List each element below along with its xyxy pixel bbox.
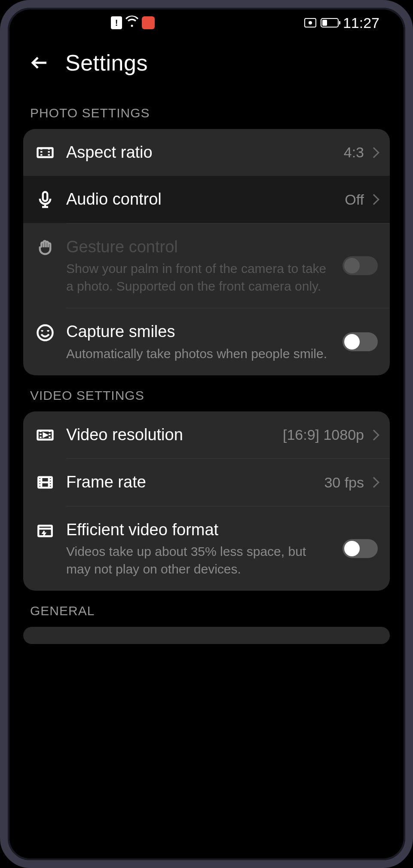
chevron-right-icon bbox=[368, 429, 379, 440]
smile-icon bbox=[35, 323, 55, 343]
battery-icon bbox=[321, 18, 339, 28]
status-time: 11:27 bbox=[343, 15, 379, 31]
capture-smiles-toggle[interactable] bbox=[343, 332, 378, 351]
back-button[interactable] bbox=[29, 52, 50, 73]
frame-rate-row[interactable]: Frame rate 30 fps bbox=[23, 459, 390, 506]
efficient-format-toggle[interactable] bbox=[343, 539, 378, 558]
frame-rate-label: Frame rate bbox=[66, 472, 313, 493]
audio-control-value: Off bbox=[345, 191, 364, 208]
video-resolution-value: [16:9] 1080p bbox=[283, 426, 364, 443]
frame-rate-value: 30 fps bbox=[324, 474, 364, 491]
section-header-photo: PHOTO SETTINGS bbox=[23, 93, 390, 129]
aspect-ratio-row[interactable]: Aspect ratio 4:3 bbox=[23, 129, 390, 176]
status-bar: ! 11:27 bbox=[8, 8, 405, 38]
film-icon bbox=[35, 472, 55, 492]
general-settings-card bbox=[23, 627, 390, 644]
capture-smiles-label: Capture smiles bbox=[66, 321, 331, 342]
gesture-control-label: Gesture control bbox=[66, 236, 331, 258]
capture-smiles-description: Automatically take photos when people sm… bbox=[66, 345, 331, 363]
hand-icon bbox=[35, 238, 55, 258]
aspect-ratio-label: Aspect ratio bbox=[66, 142, 333, 163]
svg-rect-16 bbox=[38, 526, 52, 537]
camera-status-icon bbox=[304, 18, 316, 28]
video-resolution-row[interactable]: Video resolution [16:9] 1080p bbox=[23, 411, 390, 458]
efficient-format-label: Efficient video format bbox=[66, 519, 331, 540]
video-resolution-icon bbox=[35, 425, 55, 445]
page-header: Settings bbox=[8, 38, 405, 93]
efficient-format-row[interactable]: Efficient video format Videos take up ab… bbox=[23, 506, 390, 591]
svg-point-4 bbox=[38, 325, 53, 340]
gesture-control-description: Show your palm in front of the camera to… bbox=[66, 260, 331, 295]
efficient-format-description: Videos take up about 35% less space, but… bbox=[66, 543, 331, 578]
gesture-control-toggle bbox=[343, 256, 378, 275]
audio-control-row[interactable]: Audio control Off bbox=[23, 176, 390, 223]
alert-icon: ! bbox=[111, 16, 122, 29]
video-settings-card: Video resolution [16:9] 1080p Frame rate… bbox=[23, 411, 390, 591]
video-resolution-label: Video resolution bbox=[66, 424, 272, 445]
aspect-ratio-value: 4:3 bbox=[344, 144, 364, 161]
section-header-general: GENERAL bbox=[23, 591, 390, 627]
efficient-format-icon bbox=[35, 521, 55, 541]
svg-rect-0 bbox=[38, 148, 53, 157]
app-icon bbox=[142, 16, 155, 29]
section-header-video: VIDEO SETTINGS bbox=[23, 375, 390, 411]
audio-control-label: Audio control bbox=[66, 189, 333, 210]
wifi-icon bbox=[125, 15, 138, 31]
chevron-right-icon bbox=[368, 147, 379, 158]
page-title: Settings bbox=[65, 50, 148, 76]
chevron-right-icon bbox=[368, 194, 379, 205]
chevron-right-icon bbox=[368, 477, 379, 488]
photo-settings-card: Aspect ratio 4:3 Audio control Off bbox=[23, 129, 390, 375]
aspect-ratio-icon bbox=[35, 143, 55, 163]
gesture-control-row: Gesture control Show your palm in front … bbox=[23, 224, 390, 308]
capture-smiles-row[interactable]: Capture smiles Automatically take photos… bbox=[23, 308, 390, 375]
microphone-icon bbox=[35, 190, 55, 209]
svg-rect-3 bbox=[43, 192, 48, 201]
